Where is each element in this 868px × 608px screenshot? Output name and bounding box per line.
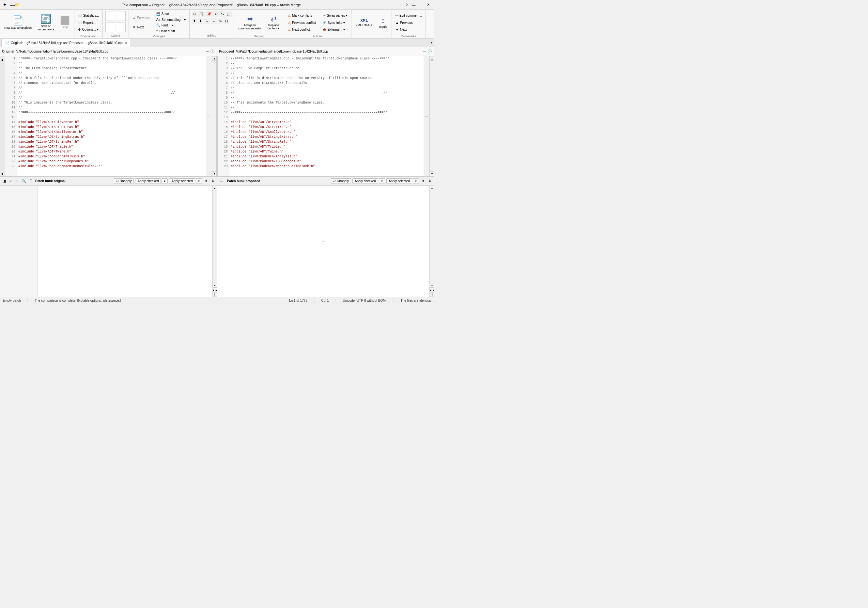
tab-expand-button[interactable]: ▸ [431, 40, 433, 45]
cut-button[interactable]: ✂ [192, 11, 197, 17]
find-icon: 🔍 [156, 23, 160, 27]
paste-button[interactable]: 📌 [206, 11, 213, 17]
tab-close-button[interactable]: ✕ [125, 41, 127, 45]
help-button[interactable]: ? [403, 2, 410, 8]
apply-checked-left-button[interactable]: Apply checked [135, 178, 161, 184]
scroll-top-left[interactable]: ▲ [1, 58, 5, 62]
layout-option-3[interactable] [105, 23, 115, 32]
unified-diff-button[interactable]: ≡ Unified diff [155, 28, 188, 34]
next-conflict-button[interactable]: ⚠ Next conflict [286, 27, 318, 32]
set-encoding-button[interactable]: Aa Set encoding... ▾ [155, 17, 188, 23]
bookmark-previous-button[interactable]: ▲ Previous [394, 20, 423, 25]
left-vscroll-down[interactable]: ▼ [212, 171, 217, 176]
outdent-button[interactable]: ← [211, 18, 217, 24]
edit-comment-button[interactable]: ✏ Edit comment... [394, 13, 423, 18]
apply-checked-left-dropdown[interactable]: ▾ [161, 178, 168, 184]
save-button[interactable]: 💾 Save [155, 11, 188, 17]
start-recompare-button[interactable]: 🔄 Start orrecompare ▾ [35, 11, 56, 34]
mark-conflicts-button[interactable]: ⚠ Mark conflicts [286, 13, 318, 18]
bottom-vscroll-right-end[interactable]: ⬇ [430, 292, 434, 297]
merge-to-ancestor-button[interactable]: ⇔ Merge tocommon ancestor [236, 11, 264, 34]
bottom-vscroll-left-up[interactable]: ▲ [213, 186, 217, 190]
sort-button[interactable]: ⇅ [218, 18, 223, 24]
patch-up-icon[interactable]: ⬆ [203, 178, 209, 184]
bottom-main-left[interactable] [38, 186, 212, 297]
select-all-button[interactable]: ⬚ [226, 11, 232, 17]
maximize-button[interactable]: □ [418, 2, 424, 8]
bottom-vscroll-left-end[interactable]: ⬇ [213, 292, 217, 297]
patch-icon-2[interactable]: ✓ [8, 178, 13, 184]
left-dots[interactable]: ··· [206, 56, 212, 176]
bottom-vscroll-right-home[interactable]: ▲▲ [430, 288, 434, 292]
more-options-left[interactable]: ··· [206, 49, 209, 54]
history-right[interactable]: 🕐 [428, 49, 432, 54]
stop-button[interactable]: ⬛ Stop [58, 11, 72, 34]
layout-option-2[interactable] [116, 11, 126, 21]
more-options-right[interactable]: ··· [423, 49, 426, 54]
bottom-vscroll-right[interactable]: ▲ ▼ ▲▲ ⬇ [429, 186, 434, 297]
bottom-vscroll-right-up[interactable]: ▲ [430, 186, 434, 190]
sync-links-button[interactable]: 🔗 Sync links ▾ [321, 20, 349, 25]
patch-icon-1[interactable]: ◨ [1, 178, 7, 184]
right-vscroll[interactable]: ▲ ▼ [429, 56, 434, 176]
apply-selected-left-button[interactable]: Apply selected [169, 178, 195, 184]
history-left[interactable]: 🕐 [210, 49, 215, 54]
patch-down-icon[interactable]: ⬇ [210, 178, 216, 184]
right-code-area[interactable]: //====- TargetLoweringBase.cpp - Impleme… [229, 56, 423, 176]
statistics-button[interactable]: 📊 Statistics... [76, 13, 101, 18]
ribbon-small-group-conflicts: ⚠ Mark conflicts ⚠ Previous conflict ⚠ N… [286, 11, 318, 34]
layout-option-1[interactable] [105, 11, 115, 21]
bottom-vscroll-right-down[interactable]: ▼ [430, 283, 434, 288]
apply-selected-right-dropdown[interactable]: ▾ [413, 178, 419, 184]
scroll-bottom-left[interactable]: ▼ [1, 172, 5, 176]
right-panel-dots[interactable]: ··· [219, 179, 225, 183]
patch-up-right-icon[interactable]: ⬆ [420, 178, 426, 184]
layout-option-4[interactable] [116, 23, 126, 32]
options-button[interactable]: ⚙ Options... ▾ [76, 27, 101, 32]
bookmark-next-button[interactable]: ▼ Next [394, 27, 423, 32]
move-up-button[interactable]: ⬆ [192, 18, 197, 24]
bottom-vscroll-left[interactable]: ▲ ▼ ▲▲ ⬇ [212, 186, 217, 297]
report-button[interactable]: 📄 Report... [76, 20, 101, 25]
patch-icon-5[interactable]: ☰ [28, 178, 34, 184]
indent-button[interactable]: → [204, 18, 210, 24]
unapply-left-button[interactable]: ↩ Unapply [114, 178, 134, 184]
find-button[interactable]: 🔍 Find... ▾ [155, 23, 188, 28]
previous-conflict-button[interactable]: ⚠ Previous conflict [286, 20, 318, 25]
apply-checked-right-dropdown[interactable]: ▾ [379, 178, 385, 184]
previous-change-button[interactable]: ▲ Previous [131, 15, 152, 20]
apply-checked-right-button[interactable]: Apply checked [352, 178, 378, 184]
bottom-vscroll-left-home[interactable]: ▲▲ [213, 288, 217, 292]
right-vscroll-up[interactable]: ▲ [430, 56, 434, 61]
patch-icon-4[interactable]: 🔍 [20, 178, 28, 184]
comparison-tab[interactable]: 📄 Original: ...gBase-1842f4a81b0.cpp and… [1, 39, 131, 47]
new-text-comparison-button[interactable]: 📄 New text comparison [2, 11, 34, 34]
right-dots[interactable]: ··· [423, 56, 429, 176]
replace-content-button[interactable]: ⇄ Replacecontent ▾ [265, 11, 282, 34]
move-down-button[interactable]: ⬇ [198, 18, 203, 24]
bottom-vscroll-left-down[interactable]: ▼ [213, 283, 217, 288]
patch-down-right-icon[interactable]: ⬇ [427, 178, 433, 184]
copy-button[interactable]: 📋 [198, 11, 205, 17]
apply-selected-right-button[interactable]: Apply selected [386, 178, 412, 184]
status-sep-1: | [28, 299, 28, 302]
filter-button[interactable]: ⊟ [224, 18, 229, 24]
unapply-right-button[interactable]: ↩ Unapply [331, 178, 351, 184]
left-vscroll[interactable]: ▲ ▼ [212, 56, 216, 176]
swap-panes-button[interactable]: ↔ Swap panes ▾ [321, 13, 349, 18]
xml-html-button[interactable]: XML XML/HTML ▾ [353, 11, 375, 34]
apply-selected-left-dropdown[interactable]: ▾ [196, 178, 202, 184]
next-change-button[interactable]: ▼ Next [131, 25, 152, 30]
toggle-button[interactable]: ↕ Toggle [376, 11, 390, 34]
right-vscroll-down[interactable]: ▼ [430, 171, 434, 176]
left-code-area[interactable]: //====- TargetLoweringBase.cpp - Impleme… [17, 56, 206, 176]
minimize-button[interactable]: — [411, 2, 417, 8]
bottom-main-right[interactable]: ··· [217, 186, 430, 297]
external-button[interactable]: 📤 External... ▾ [321, 27, 349, 32]
file-header-icons-right: ··· 🕐 [423, 49, 432, 54]
close-button[interactable]: ✕ [425, 2, 431, 8]
redo-button[interactable]: ↪ [220, 11, 225, 17]
left-vscroll-up[interactable]: ▲ [212, 56, 217, 61]
undo-button[interactable]: ↩ [214, 11, 219, 17]
patch-icon-3[interactable]: ↩ [14, 178, 20, 184]
